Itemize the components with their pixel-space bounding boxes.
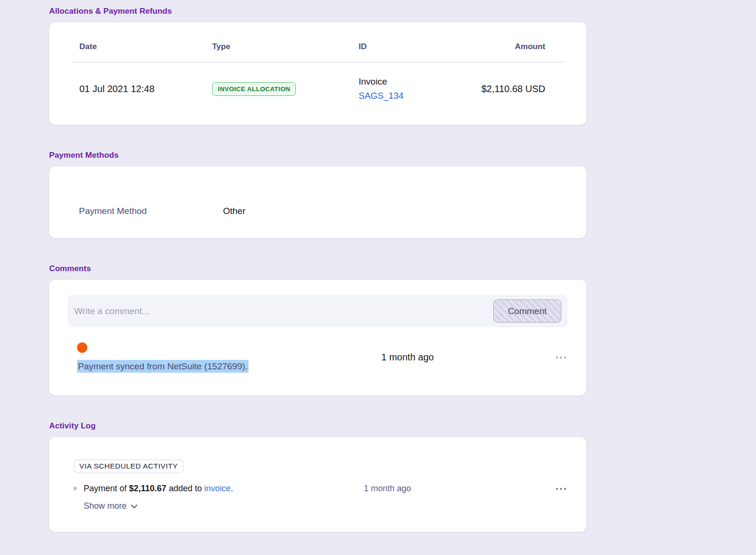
comment-compose-box: Comment [68, 295, 567, 327]
column-header-type: Type [205, 22, 351, 62]
activity-entry-text: Payment of $2,110.67 added to invoice. [84, 484, 364, 494]
table-header-row: Date Type ID Amount [72, 22, 563, 62]
column-header-amount: Amount [469, 22, 563, 62]
activity-amount: $2,110.67 [129, 484, 166, 493]
chevron-down-icon [131, 501, 137, 511]
invoice-id-link[interactable]: SAGS_134 [359, 91, 404, 101]
activity-entry: Payment of $2,110.67 added to invoice. 1… [74, 484, 567, 494]
invoice-allocation-badge: INVOICE ALLOCATION [212, 82, 296, 96]
allocation-id-cell: Invoice SAGS_134 [351, 62, 469, 125]
activity-text-prefix: Payment of [84, 484, 129, 493]
comment-text: Payment synced from NetSuite (1527699). [77, 361, 381, 373]
allocations-title: Allocations & Payment Refunds [49, 7, 587, 16]
allocation-id-kind: Invoice [359, 77, 461, 87]
payment-method-label: Payment Method [79, 206, 223, 216]
comment-input[interactable] [74, 306, 493, 316]
comment-body: Payment synced from NetSuite (1527699). [77, 342, 381, 373]
ellipsis-menu-icon[interactable]: ••• [546, 485, 567, 493]
comments-title: Comments [49, 264, 587, 273]
comment-timestamp: 1 month ago [381, 352, 546, 363]
section-payment-methods: Payment Methods Payment Method Other [49, 151, 587, 239]
avatar [77, 342, 87, 353]
payment-methods-card: Payment Method Other [49, 166, 587, 239]
allocations-table: Date Type ID Amount 01 Jul 2021 12:48 IN… [72, 22, 563, 125]
invoice-link[interactable]: invoice [204, 484, 231, 493]
section-allocations: Allocations & Payment Refunds Date Type … [49, 7, 587, 125]
comment-submit-button[interactable]: Comment [493, 299, 561, 323]
page-content: Allocations & Payment Refunds Date Type … [0, 0, 587, 532]
allocation-amount: $2,110.68 USD [469, 62, 563, 125]
activity-text-suffix: . [231, 484, 233, 493]
comments-card: Comment Payment synced from NetSuite (15… [49, 279, 587, 396]
comment-item: Payment synced from NetSuite (1527699). … [68, 342, 567, 373]
allocations-card: Date Type ID Amount 01 Jul 2021 12:48 IN… [49, 22, 587, 125]
payment-method-value: Other [223, 206, 246, 216]
allocation-type-cell: INVOICE ALLOCATION [205, 62, 351, 125]
activity-log-title: Activity Log [49, 421, 587, 431]
table-row: 01 Jul 2021 12:48 INVOICE ALLOCATION Inv… [72, 62, 563, 125]
show-more-button[interactable]: Show more [84, 501, 137, 511]
ellipsis-menu-icon[interactable]: ••• [546, 353, 567, 361]
via-scheduled-activity-badge: VIA SCHEDULED ACTIVITY [74, 460, 183, 473]
payment-methods-title: Payment Methods [49, 151, 587, 160]
activity-log-card: VIA SCHEDULED ACTIVITY Payment of $2,110… [49, 436, 587, 532]
column-header-date: Date [72, 22, 205, 62]
section-activity-log: Activity Log VIA SCHEDULED ACTIVITY Paym… [49, 421, 587, 532]
section-comments: Comments Comment Payment synced from Net… [49, 264, 587, 396]
activity-text-middle: added to [166, 484, 204, 493]
allocation-date: 01 Jul 2021 12:48 [72, 62, 205, 125]
column-header-id: ID [351, 22, 469, 62]
bullet-icon [73, 487, 77, 490]
comment-text-highlighted: Payment synced from NetSuite (1527699). [77, 360, 249, 373]
activity-timestamp: 1 month ago [364, 484, 546, 494]
show-more-label: Show more [84, 501, 127, 511]
